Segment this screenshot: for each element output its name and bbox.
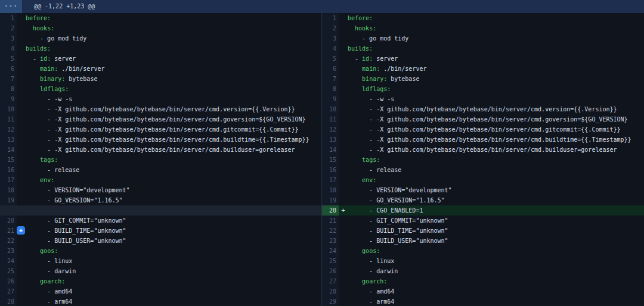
marker-cell [339,23,348,33]
code-text: - VERSION="development" [348,185,644,195]
code-text: - arm64 [26,296,321,306]
hunk-header: ··· @@ -1,22 +1,23 @@ [0,0,644,13]
code-text: tags: [26,155,321,165]
marker-cell [339,216,348,226]
marker-cell [17,246,26,256]
line-number: 25 [0,266,17,276]
line-number: 24 [322,246,339,256]
line-number: 3 [0,33,17,43]
marker-cell [339,256,348,266]
line-number: 28 [0,296,17,306]
marker-cell [339,276,348,286]
diff-panes: 1before:2 hooks:3 - go mod tidy4builds:5… [0,13,644,306]
code-text: - release [26,165,321,175]
code-text: - BUILD_TIME="unknown" [348,226,644,236]
line-number: 8 [322,84,339,94]
marker-cell [17,296,26,306]
marker-cell [17,135,26,145]
diff-line: 17 env: [0,175,321,185]
line-number: 6 [0,64,17,74]
marker-cell [339,54,348,64]
code-text: - -X github.com/bytebase/bytebase/bin/se… [26,124,321,135]
line-number: 21 [322,216,339,226]
code-text: - amd64 [348,286,644,296]
marker-cell [17,266,26,276]
line-number: 19 [322,195,339,205]
code-text: - -X github.com/bytebase/bytebase/bin/se… [26,135,321,145]
diff-line: 2 hooks: [322,23,644,33]
line-number: 5 [322,54,339,64]
line-number: 1 [322,13,339,23]
line-number: 29 [322,296,339,306]
marker-cell [339,33,348,43]
diff-line: 1before: [322,13,644,23]
marker-cell [17,124,26,135]
diff-line-added: 20+ - CGO_ENABLED=1 [322,205,644,216]
line-number: 5 [0,54,17,64]
line-number: 19 [0,195,17,205]
marker-cell [339,114,348,124]
diff-line: 29 - arm64 [322,296,644,306]
diff-line: 15 tags: [322,155,644,165]
code-text: tags: [348,155,644,165]
code-text: before: [348,13,644,23]
diff-line: 4builds: [0,43,321,54]
line-number: 10 [322,104,339,114]
code-text: - GO_VERSION="1.16.5" [348,195,644,205]
diff-line: 11 - -X github.com/bytebase/bytebase/bin… [322,114,644,124]
diff-line: 6 main: ./bin/server [322,64,644,74]
diff-line: 7 binary: bytebase [322,74,644,84]
code-text: builds: [348,43,644,54]
code-text: env: [348,175,644,185]
line-number: 20 [0,216,17,226]
line-number: 16 [0,165,17,175]
marker-cell [339,296,348,306]
line-number: 15 [322,155,339,165]
line-number: 2 [0,23,17,33]
code-text: - linux [348,256,644,266]
expand-hunk-button[interactable]: ··· [0,0,22,13]
code-text: - BUILD_USER="unknown" [26,236,321,246]
marker-cell [339,246,348,256]
diff-line: 19 - GO_VERSION="1.16.5" [322,195,644,205]
line-number: 11 [0,114,17,124]
line-number: 18 [0,185,17,195]
marker-cell [339,13,348,23]
hunk-header-text: @@ -1,22 +1,23 @@ [34,0,95,13]
add-comment-button[interactable]: + [17,226,25,235]
diff-gap-row [0,205,321,216]
line-number: 20 [322,205,339,216]
diff-line: 4builds: [322,43,644,54]
marker-cell [339,84,348,94]
code-text: goarch: [348,276,644,286]
marker-cell [17,195,26,205]
diff-line: 16 - release [0,165,321,175]
code-text: ldflags: [26,84,321,94]
marker-cell [17,33,26,43]
diff-line: 20 - GIT_COMMIT="unknown" [0,216,321,226]
code-text: env: [26,175,321,185]
diff-line: 5 - id: server [322,54,644,64]
code-text: - amd64 [26,286,321,296]
code-text: - darwin [348,266,644,276]
line-number: 24 [0,256,17,266]
marker-cell [339,185,348,195]
diff-line: 14 - -X github.com/bytebase/bytebase/bin… [322,145,644,155]
marker-cell [339,135,348,145]
code-text: - go mod tidy [26,33,321,43]
line-number: 14 [322,145,339,155]
diff-line: 15 tags: [0,155,321,165]
diff-line: 8 ldflags: [322,84,644,94]
line-number: 6 [322,64,339,74]
code-text: - BUILD_TIME="unknown" [26,226,321,236]
marker-cell [17,64,26,74]
line-number: 15 [0,155,17,165]
code-text: - -w -s [26,94,321,104]
diff-line: 12 - -X github.com/bytebase/bytebase/bin… [0,124,321,135]
marker-cell [17,185,26,195]
diff-line: 3 - go mod tidy [322,33,644,43]
diff-line: 16 - release [322,165,644,175]
line-number: 13 [322,135,339,145]
line-number: 13 [0,135,17,145]
code-text: - GIT_COMMIT="unknown" [348,216,644,226]
